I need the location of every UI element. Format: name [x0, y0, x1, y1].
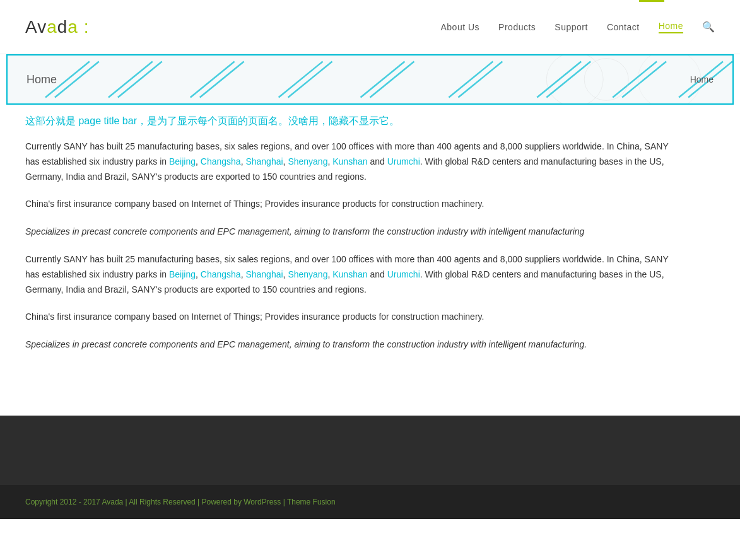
content-block-6: Specializes in precast concrete componen…	[25, 337, 669, 353]
svg-line-12	[537, 62, 581, 98]
nav-contact[interactable]: Contact	[607, 22, 640, 32]
content-block-2: China's first insurance company based on…	[25, 197, 669, 212]
svg-line-6	[279, 62, 323, 98]
paragraph-1: Currently SANY has built 25 manufacturin…	[25, 139, 669, 184]
footer-bottom: Copyright 2012 - 2017 Avada | All Rights…	[0, 485, 740, 519]
italic-text-1: Specializes in precast concrete componen…	[25, 225, 669, 240]
logo-accent: a	[47, 17, 57, 37]
content-block-4: Currently SANY has built 25 manufacturin…	[25, 252, 669, 297]
notice-text: 这部分就是 page title bar，是为了显示每个页面的页面名。没啥用，隐…	[25, 115, 715, 128]
italic-text-2: Specializes in precast concrete componen…	[25, 337, 669, 353]
svg-line-4	[191, 62, 235, 98]
svg-point-19	[584, 59, 628, 101]
main-nav: About Us Products Support Contact Home 🔍	[441, 21, 715, 33]
wordpress-link[interactable]: WordPress	[244, 498, 281, 506]
svg-line-1	[55, 62, 99, 98]
svg-line-2	[109, 62, 153, 98]
nav-support[interactable]: Support	[555, 22, 588, 32]
copyright-text: Copyright 2012 - 2017 Avada | All Rights…	[25, 498, 715, 506]
breadcrumb-right: Home	[690, 74, 714, 85]
header: Avada : About Us Products Support Contac…	[0, 0, 740, 54]
svg-line-5	[200, 62, 244, 98]
page-title-bar: Home Home	[6, 54, 734, 105]
logo[interactable]: Avada :	[25, 17, 89, 37]
svg-line-11	[458, 62, 502, 98]
content-block-1: Currently SANY has built 25 manufacturin…	[25, 139, 669, 184]
svg-line-3	[118, 62, 162, 98]
nav-home[interactable]: Home	[659, 21, 683, 33]
svg-line-15	[622, 62, 666, 98]
decorative-lines	[8, 55, 732, 103]
logo-colon: :	[78, 17, 90, 37]
paragraph-2: Currently SANY has built 25 manufacturin…	[25, 252, 669, 297]
svg-line-10	[449, 62, 493, 98]
nav-products[interactable]: Products	[498, 22, 536, 32]
svg-line-13	[546, 62, 590, 98]
active-nav-indicator	[639, 0, 664, 2]
notice-bar: 这部分就是 page title bar，是为了显示每个页面的页面名。没啥用，隐…	[0, 105, 740, 133]
footer-dark	[0, 416, 740, 485]
link-text-1: China's first insurance company based on…	[25, 197, 669, 212]
svg-line-7	[288, 62, 332, 98]
nav-about[interactable]: About Us	[441, 22, 480, 32]
svg-line-9	[370, 62, 414, 98]
search-icon[interactable]: 🔍	[702, 21, 715, 33]
content-block-3: Specializes in precast concrete componen…	[25, 225, 669, 240]
svg-line-8	[361, 62, 405, 98]
svg-line-14	[613, 62, 657, 98]
main-content: Currently SANY has built 25 manufacturin…	[0, 133, 694, 390]
breadcrumb: Home	[26, 73, 57, 86]
logo-accent2: a	[68, 17, 78, 37]
link-text-2: China's first insurance company based on…	[25, 310, 669, 325]
svg-point-18	[546, 55, 603, 103]
content-block-5: China's first insurance company based on…	[25, 310, 669, 325]
